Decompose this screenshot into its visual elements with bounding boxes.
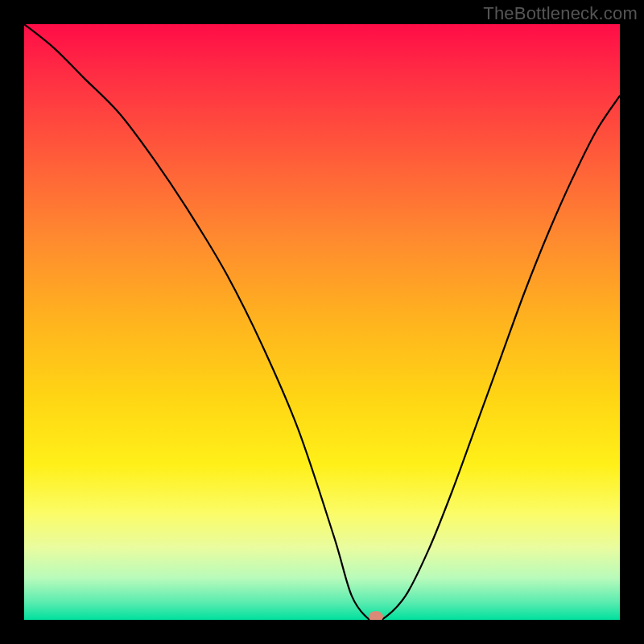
bottleneck-curve [24,24,620,620]
curve-svg [24,24,620,620]
optimal-marker [369,611,383,620]
chart-container: TheBottleneck.com [0,0,644,644]
plot-area [24,24,620,620]
watermark-text: TheBottleneck.com [483,3,638,24]
